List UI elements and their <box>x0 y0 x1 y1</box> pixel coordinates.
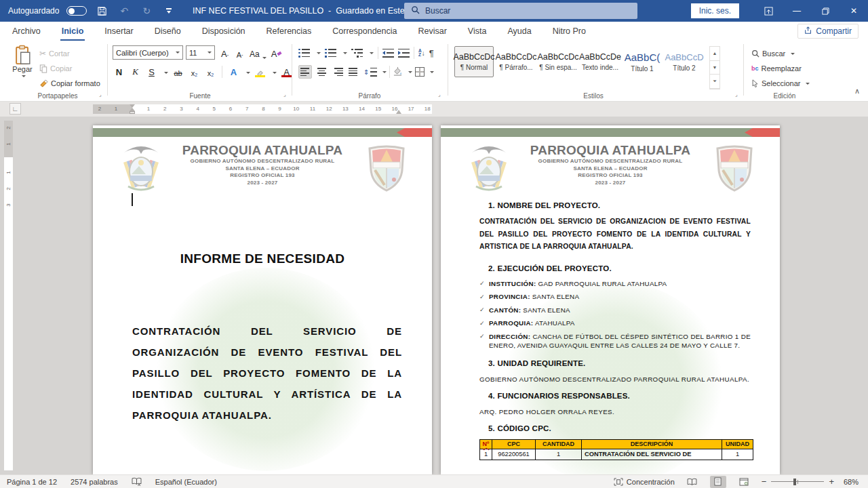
justify-button[interactable] <box>347 65 361 79</box>
increase-indent-icon[interactable] <box>398 49 410 58</box>
find-button[interactable]: Buscar <box>751 46 810 61</box>
superscript-button[interactable]: x2 <box>204 64 217 78</box>
word-count[interactable]: 2574 palabras <box>71 478 118 486</box>
tab-disposicion[interactable]: Disposición <box>201 22 247 41</box>
shading-dropdown-icon[interactable] <box>408 71 412 73</box>
tab-revisar[interactable]: Revisar <box>416 22 448 41</box>
grow-font-button[interactable]: Aˆ <box>218 45 231 60</box>
page-1[interactable]: PARROQUIA ATAHUALPA GOBIERNO AUTÓNOMO DE… <box>93 125 432 474</box>
style-texto-independiente[interactable]: AaBbCcDe Texto inde... <box>580 46 620 77</box>
style-normal[interactable]: AaBbCcDc ¶ Normal <box>454 46 494 77</box>
indent-marker[interactable] <box>128 104 136 114</box>
font-name-combo[interactable]: Calibri (Cuerpo) <box>113 45 183 60</box>
pilcrow-icon[interactable]: ¶ <box>429 48 434 58</box>
decrease-indent-icon[interactable] <box>382 49 394 58</box>
paragraph-dialog-launcher-icon[interactable]: ⌟ <box>438 92 445 99</box>
align-center-button[interactable] <box>315 65 328 79</box>
italic-button[interactable]: K <box>129 64 142 78</box>
text-effects-dropdown-icon[interactable] <box>246 72 250 74</box>
language[interactable]: Español (Ecuador) <box>155 478 217 486</box>
numbering-dropdown-icon[interactable] <box>343 52 347 54</box>
format-painter-button[interactable]: Copiar formato <box>39 76 100 91</box>
restore-button[interactable] <box>811 0 840 22</box>
tab-correspondencia[interactable]: Correspondencia <box>331 22 398 41</box>
search-input[interactable] <box>425 6 615 16</box>
underline-dropdown-icon[interactable] <box>164 72 168 74</box>
focus-mode-button[interactable]: Concentración <box>614 478 675 486</box>
sort-icon[interactable]: AZ ↓ <box>418 49 425 58</box>
copy-button[interactable]: Copiar <box>39 61 100 76</box>
share-button[interactable]: Compartir <box>797 24 859 39</box>
proofing-icon[interactable] <box>132 477 142 486</box>
font-dialog-launcher-icon[interactable]: ⌟ <box>283 92 290 99</box>
autosave-toggle[interactable] <box>66 6 87 16</box>
zoom-level[interactable]: 68% <box>844 478 859 486</box>
style-titulo-2[interactable]: AaBbCcD Título 2 <box>665 46 704 77</box>
zoom-in-button[interactable]: + <box>829 476 834 487</box>
tab-vista[interactable]: Vista <box>467 22 488 41</box>
replace-button[interactable]: bc Reemplazar <box>751 61 810 76</box>
web-layout-icon[interactable] <box>736 476 752 488</box>
tab-insertar[interactable]: Insertar <box>103 22 134 41</box>
search-box[interactable] <box>404 3 637 19</box>
font-size-combo[interactable]: 11 <box>186 45 215 60</box>
clipboard-dialog-launcher-icon[interactable]: ⌟ <box>99 92 106 99</box>
borders-dropdown-icon[interactable] <box>430 71 434 73</box>
tab-referencias[interactable]: Referencias <box>265 22 313 41</box>
document-area[interactable]: 2 1 1 2 3 <box>0 117 868 474</box>
clear-formatting-button[interactable]: A <box>270 45 283 60</box>
minimize-button[interactable]: — <box>783 0 811 22</box>
bold-button[interactable]: N <box>113 64 125 78</box>
tab-stop-selector[interactable]: ∟ <box>9 103 21 115</box>
tab-archivo[interactable]: Archivo <box>11 22 42 41</box>
line-spacing-icon[interactable]: ⇕ <box>363 68 377 77</box>
strikethrough-button[interactable]: ab <box>172 64 184 78</box>
subscript-button[interactable]: x2 <box>188 64 201 78</box>
print-layout-icon[interactable] <box>710 476 726 488</box>
read-mode-icon[interactable] <box>684 476 701 488</box>
right-indent-marker[interactable] <box>396 110 401 114</box>
page-2[interactable]: PARROQUIA ATAHUALPA GOBIERNO AUTÓNOMO DE… <box>441 125 780 474</box>
save-icon[interactable] <box>94 3 109 18</box>
paste-button[interactable]: Pegar <box>7 45 38 77</box>
collapse-ribbon-icon[interactable]: ∧ <box>854 87 860 96</box>
bullets-dropdown-icon[interactable] <box>317 52 321 54</box>
shrink-font-button[interactable]: Aˇ <box>233 45 246 60</box>
vertical-ruler[interactable]: 2 1 1 2 3 <box>4 121 13 470</box>
line-spacing-dropdown-icon[interactable] <box>382 71 387 73</box>
find-dropdown-icon[interactable] <box>791 53 795 55</box>
tab-diseno[interactable]: Diseño <box>153 22 182 41</box>
tab-ayuda[interactable]: Ayuda <box>506 22 532 41</box>
underline-button[interactable]: S <box>145 64 158 78</box>
align-right-button[interactable] <box>331 65 344 79</box>
styles-more-icon[interactable]: ⏷ <box>710 75 719 89</box>
sign-in-button[interactable]: Inic. ses. <box>691 3 739 18</box>
bullets-icon[interactable] <box>298 49 310 58</box>
close-button[interactable]: ✕ <box>840 0 868 22</box>
numbering-icon[interactable] <box>325 49 336 58</box>
style-titulo-1[interactable]: AaBbC( Título 1 <box>623 46 662 77</box>
highlight-button[interactable] <box>254 64 267 78</box>
align-left-button[interactable] <box>298 65 312 79</box>
styles-scroll-up-icon[interactable]: ▲ <box>710 47 719 61</box>
customize-toolbar-icon[interactable] <box>161 3 176 18</box>
shading-icon[interactable] <box>393 66 403 77</box>
multilevel-dropdown-icon[interactable] <box>370 52 374 54</box>
page-count[interactable]: Página 1 de 12 <box>7 478 57 486</box>
horizontal-ruler[interactable]: 2 1 123456789101112131415161718 <box>93 104 432 114</box>
tab-nitro-pro[interactable]: Nitro Pro <box>551 22 587 41</box>
paste-dropdown-icon[interactable] <box>22 75 26 77</box>
multilevel-list-icon[interactable] <box>351 49 363 58</box>
ribbon-display-options-icon[interactable] <box>754 0 783 22</box>
cut-button[interactable]: ✂ Cortar <box>39 46 100 61</box>
borders-icon[interactable] <box>415 67 425 77</box>
style-parrafo[interactable]: AaBbCcDc ¶ Párrafo... <box>496 46 536 77</box>
redo-icon[interactable]: ↻ <box>139 3 154 18</box>
styles-dialog-launcher-icon[interactable]: ⌟ <box>735 92 742 99</box>
select-button[interactable]: Seleccionar <box>751 76 810 91</box>
change-case-button[interactable]: Aa <box>248 45 268 60</box>
text-effects-button[interactable]: A <box>227 64 240 78</box>
select-dropdown-icon[interactable] <box>806 83 810 85</box>
undo-icon[interactable]: ↶ <box>117 3 132 18</box>
style-sin-espaciado[interactable]: AaBbCcDc ¶ Sin espa... <box>538 46 578 77</box>
